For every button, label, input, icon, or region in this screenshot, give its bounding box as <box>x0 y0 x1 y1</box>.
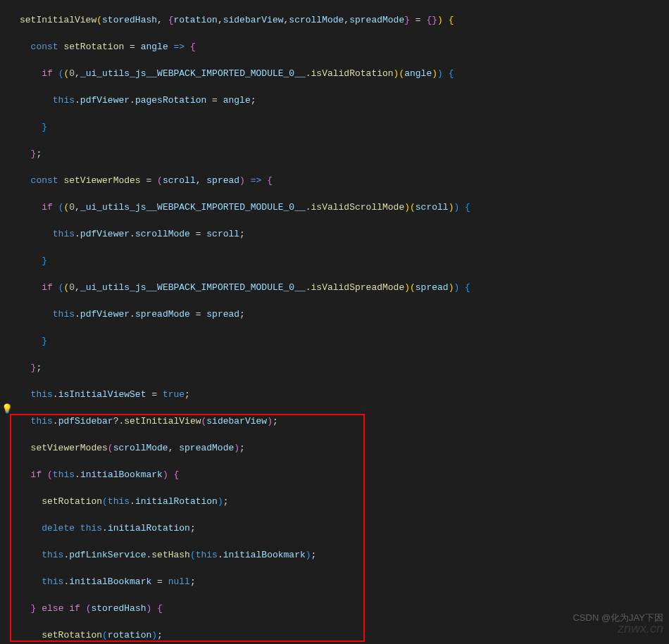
code-line[interactable]: } <box>20 334 669 348</box>
code-line[interactable]: this.pdfViewer.spreadMode = spread; <box>20 308 669 321</box>
code-line[interactable]: this.pdfViewer.pagesRotation = angle; <box>20 94 669 107</box>
code-line[interactable]: } else if (storedHash) { <box>20 602 669 615</box>
code-line[interactable]: if ((0,_ui_utils_js__WEBPACK_IMPORTED_MO… <box>20 67 669 80</box>
code-line[interactable]: setInitialView(storedHash, {rotation,sid… <box>20 13 669 27</box>
code-line[interactable]: setRotation(rotation); <box>20 629 669 642</box>
code-line[interactable]: this.pdfSidebar?.setInitialView(sidebarV… <box>20 415 669 428</box>
code-line[interactable]: const setRotation = angle => { <box>20 40 669 53</box>
code-line[interactable]: this.pdfLinkService.setHash(this.initial… <box>20 548 669 562</box>
code-line[interactable]: this.pdfViewer.scrollMode = scroll; <box>20 227 669 241</box>
code-line[interactable]: setViewerModes(scrollMode, spreadMode); <box>20 441 669 455</box>
code-line[interactable]: }; <box>20 361 669 374</box>
code-editor[interactable]: setInitialView(storedHash, {rotation,sid… <box>0 0 669 644</box>
code-line[interactable]: delete this.initialRotation; <box>20 522 669 535</box>
watermark-znwx: znwx.cn <box>618 622 663 636</box>
code-line[interactable]: if ((0,_ui_utils_js__WEBPACK_IMPORTED_MO… <box>20 201 669 214</box>
code-line[interactable]: }; <box>20 147 669 160</box>
code-line[interactable]: this.isInitialViewSet = true; <box>20 388 669 401</box>
code-line[interactable]: const setViewerModes = (scroll, spread) … <box>20 174 669 187</box>
lightbulb-icon[interactable]: 💡 <box>1 403 13 416</box>
code-line[interactable]: } <box>20 120 669 134</box>
code-line[interactable]: if ((0,_ui_utils_js__WEBPACK_IMPORTED_MO… <box>20 281 669 294</box>
code-line[interactable]: setRotation(this.initialRotation); <box>20 495 669 508</box>
code-line[interactable]: this.initialBookmark = null; <box>20 575 669 588</box>
code-line[interactable]: if (this.initialBookmark) { <box>20 468 669 481</box>
code-line[interactable]: } <box>20 254 669 267</box>
